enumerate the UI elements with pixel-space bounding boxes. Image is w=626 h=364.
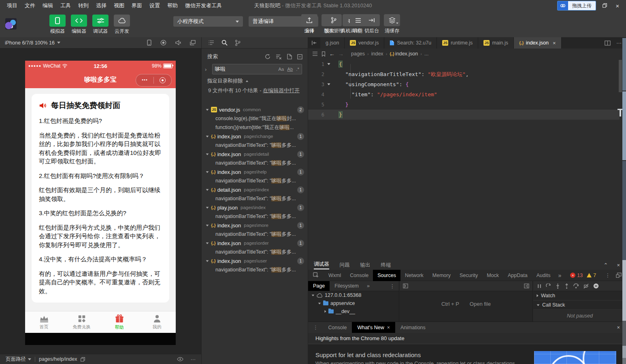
bookmark-icon[interactable]: [321, 51, 326, 57]
file-list-icon[interactable]: [208, 40, 214, 45]
search-result-match[interactable]: console.log(e),{title:"我正在哆啦封...: [202, 114, 308, 123]
tabbar-item-free-redeem[interactable]: 免费兑换: [63, 311, 100, 333]
step-into-icon[interactable]: [556, 284, 560, 289]
search-result-file[interactable]: {..} index.jsonpages\order 1: [202, 239, 308, 248]
search-result-file[interactable]: {..} index.jsonpages\help 1: [202, 167, 308, 176]
menu-item-1[interactable]: 文件: [21, 0, 39, 11]
copy-path-icon[interactable]: [80, 357, 85, 362]
menu-item-9[interactable]: 帮助: [164, 0, 181, 11]
search-result-file[interactable]: JS vendor.jscommon 2: [202, 105, 308, 114]
code-line-2[interactable]: 2 "navigationBarTitleText": "欧皇源码论坛",: [308, 69, 626, 79]
devtools-tab-Security[interactable]: Security: [455, 270, 482, 281]
search-result-file[interactable]: {..} index.jsonpages\change 1: [202, 132, 308, 141]
code-line-3[interactable]: 3 "usingComponents": {: [308, 79, 626, 89]
code-editor[interactable]: 1 { 2 "navigationBarTitleText": "欧皇源码论坛"…: [308, 59, 626, 260]
tabbar-item-mine[interactable]: 我的: [138, 311, 176, 333]
devtools-tab-Wxml[interactable]: Wxml: [324, 270, 345, 281]
nav-overflow-icon[interactable]: »: [364, 283, 373, 289]
editor-button[interactable]: 编辑器: [70, 15, 88, 35]
close-panel-icon[interactable]: ×: [617, 262, 620, 268]
split-editor-icon[interactable]: [605, 40, 611, 46]
search-result-match[interactable]: navigationBarTitleText": "哆啦多多...: [202, 212, 308, 221]
warning-count-badge[interactable]: 7: [587, 273, 596, 278]
pause-on-exceptions-icon[interactable]: [593, 283, 599, 289]
search-view-icon[interactable]: [221, 40, 228, 46]
devtools-tab-Audits[interactable]: Audits: [532, 270, 555, 281]
sources-nav-Page[interactable]: Page: [308, 281, 330, 291]
nav-back-icon[interactable]: ←: [329, 51, 335, 57]
details-button[interactable]: 详情: [349, 14, 367, 34]
debugger-tab-终端[interactable]: 终端: [381, 262, 391, 269]
device-selector[interactable]: iPhone 6/7/8 100% 16: [0, 40, 60, 46]
outline-icon[interactable]: [312, 51, 318, 56]
breadcrumb-item[interactable]: index: [371, 51, 383, 57]
menu-item-3[interactable]: 工具: [57, 0, 75, 11]
simulator-button[interactable]: 模拟器: [49, 15, 66, 35]
editor-more-icon[interactable]: ⋯: [616, 40, 622, 46]
search-result-match[interactable]: function(){return{title:"我正在哆啦...: [202, 123, 308, 132]
code-line-6[interactable]: 6 }: [308, 110, 620, 120]
editor-tab-runtime-js[interactable]: JSruntime.js: [437, 37, 478, 49]
collapse-panel-icon[interactable]: ⌃: [604, 262, 608, 268]
more-options-icon[interactable]: ⋯: [191, 356, 196, 362]
visibility-icon[interactable]: [177, 356, 183, 362]
drawer-scrollbar-thumb[interactable]: [622, 346, 626, 358]
exit-capsule-button[interactable]: [154, 77, 171, 83]
mute-icon[interactable]: [175, 40, 181, 46]
debugger-button[interactable]: 调试器: [92, 15, 109, 35]
mode-select[interactable]: 小程序模式: [173, 16, 243, 27]
menu-item-6[interactable]: 视图: [110, 0, 128, 11]
move-editor-icon[interactable]: [308, 37, 320, 49]
menu-item-4[interactable]: 转到: [75, 0, 92, 11]
deactivate-breakpoints-icon[interactable]: [583, 284, 589, 289]
breadcrumb-item[interactable]: ...: [424, 51, 428, 57]
undock-icon[interactable]: [616, 272, 622, 278]
cloud-dev-button[interactable]: 云开发: [113, 15, 131, 35]
search-result-match[interactable]: navigationBarTitleText": "哆啦多多...: [202, 141, 308, 150]
editor-tab-main-js[interactable]: JSmain.js: [478, 37, 514, 49]
close-drawer-tab-icon[interactable]: ×: [387, 325, 390, 330]
step-icon[interactable]: [573, 284, 579, 288]
editor-tab-index-json[interactable]: {..}index.json×: [514, 37, 562, 49]
open-file-hint[interactable]: Ctrl + P Open file: [400, 301, 532, 307]
whole-word-toggle[interactable]: Ab: [287, 67, 293, 72]
drawer-tab[interactable]: Console: [323, 322, 352, 333]
search-result-file[interactable]: {..} detail.jsonpages\index 1: [202, 185, 308, 194]
editor-tab-g-json[interactable]: g.json: [320, 37, 345, 49]
tabbar-item-home[interactable]: 首页: [25, 311, 63, 333]
menu-item-5[interactable]: 选择: [92, 0, 110, 11]
search-expand-chevron[interactable]: ›: [205, 66, 207, 72]
new-search-editor-icon[interactable]: [287, 54, 292, 59]
fold-icon[interactable]: [327, 63, 330, 65]
user-avatar[interactable]: [5, 18, 17, 30]
code-line-4[interactable]: 4 "item": "/pages/index/item": [308, 89, 626, 99]
expand-right-icon[interactable]: [524, 284, 529, 288]
resume-icon[interactable]: [546, 284, 551, 288]
tree-node[interactable]: 127.0.0.1:65368: [308, 291, 399, 299]
close-tab-icon[interactable]: ×: [553, 40, 556, 46]
drawer-tab[interactable]: Animations: [395, 322, 431, 333]
record-icon[interactable]: [160, 40, 166, 46]
menu-item-8[interactable]: 设置: [146, 0, 164, 11]
upload-button[interactable]: 上传: [300, 14, 318, 34]
collapse-all-icon[interactable]: [297, 54, 302, 59]
close-window-button[interactable]: ×: [613, 2, 622, 9]
refresh-search-icon[interactable]: [265, 54, 270, 59]
tree-node[interactable]: __dev__: [308, 307, 399, 315]
menu-item-10[interactable]: 微信开发者工具: [181, 0, 226, 11]
debugger-tab-调试器[interactable]: 调试器: [314, 261, 329, 269]
search-result-match[interactable]: navigationBarTitleText": "哆啦多多...: [202, 248, 308, 256]
search-result-match[interactable]: navigationBarTitleText": "哆啦多多...: [202, 159, 308, 167]
menu-item-7[interactable]: 界面: [128, 0, 146, 11]
version-manage-button[interactable]: 版本管理: [324, 14, 343, 34]
more-capsule-button[interactable]: •••: [136, 77, 153, 83]
error-count-badge[interactable]: ×13: [570, 273, 583, 278]
search-result-match[interactable]: navigationBarTitleText": "哆啦多多...: [202, 176, 308, 185]
collapse-left-icon[interactable]: [403, 284, 408, 288]
devtools-tab-Network[interactable]: Network: [400, 270, 428, 281]
restore-window-button[interactable]: [600, 2, 609, 9]
devtools-tab-Console[interactable]: Console: [345, 270, 373, 281]
sources-nav-Filesystem[interactable]: Filesystem: [330, 281, 364, 291]
drawer-tab[interactable]: What's New×: [352, 322, 395, 333]
code-line-5[interactable]: 5 }: [308, 99, 626, 110]
